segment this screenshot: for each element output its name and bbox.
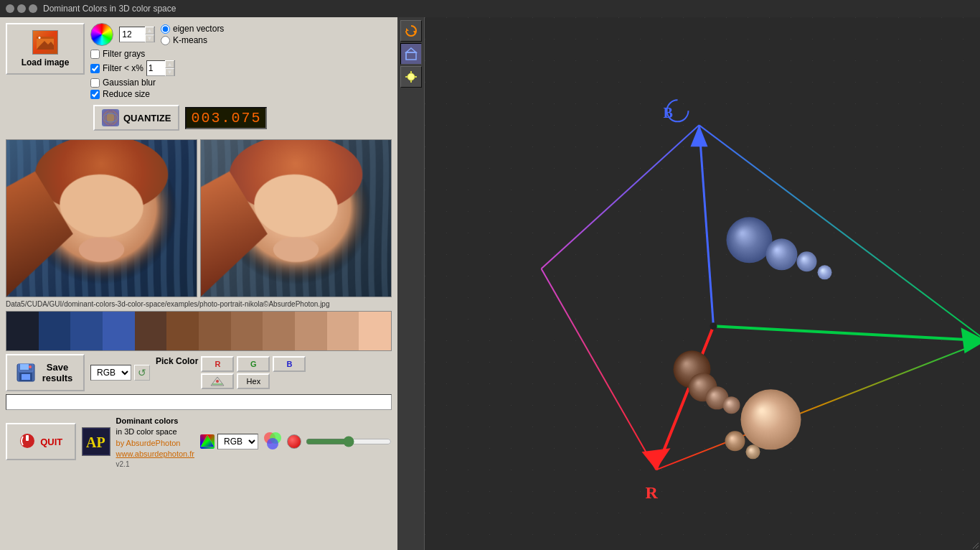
load-image-label: Load image bbox=[22, 57, 70, 67]
svg-point-4 bbox=[103, 111, 118, 125]
swatch-12[interactable] bbox=[359, 312, 391, 350]
save-quit-row: Save results RGB ↺ Pick Color bbox=[6, 354, 392, 391]
3d-view-button[interactable] bbox=[400, 43, 422, 65]
svg-text:AP: AP bbox=[86, 434, 105, 450]
num-colors-input[interactable]: 12 bbox=[120, 29, 145, 39]
swatch-7[interactable] bbox=[199, 312, 231, 350]
filter-x-input[interactable]: 1 bbox=[147, 63, 165, 73]
title-bar: Dominant Colors in 3D color space bbox=[0, 0, 980, 17]
spin-buttons: ▲ ▼ bbox=[145, 27, 154, 42]
color-ball bbox=[287, 434, 301, 449]
quit-label: QUIT bbox=[40, 437, 62, 447]
save-icon bbox=[16, 363, 36, 383]
save-button[interactable]: Save results bbox=[6, 354, 85, 391]
swatch-1[interactable] bbox=[6, 312, 39, 350]
swatch-8[interactable] bbox=[231, 312, 263, 350]
eigen-vectors-radio[interactable] bbox=[161, 24, 170, 34]
quantize-label: QUANTIZE bbox=[123, 113, 171, 123]
swatch-2[interactable] bbox=[39, 312, 71, 350]
right-controls: 12 ▲ ▼ eigen vectors K-mean bbox=[90, 23, 392, 134]
color-options-row: 12 ▲ ▼ eigen vectors K-mean bbox=[90, 23, 392, 46]
kmeans-option[interactable]: K-means bbox=[161, 35, 224, 45]
reduce-size-option[interactable]: Reduce size bbox=[90, 89, 392, 99]
processed-canvas bbox=[201, 140, 391, 297]
swatch-11[interactable] bbox=[327, 312, 359, 350]
pick-color-label: Pick Color bbox=[156, 356, 198, 366]
resize-handle[interactable] bbox=[970, 540, 979, 549]
colorspace-select: RGB bbox=[200, 434, 258, 449]
swatch-4[interactable] bbox=[103, 312, 135, 350]
footer-text: Dominant colors in 3D color space by Abs… bbox=[116, 416, 194, 460]
filter-x-check[interactable] bbox=[90, 64, 100, 73]
footer-right: RGB bbox=[200, 431, 392, 453]
bottom-controls: Save results RGB ↺ Pick Color bbox=[3, 354, 395, 410]
num-colors-spinner[interactable]: 12 ▲ ▼ bbox=[119, 27, 155, 42]
footer-info: AP Dominant colors in 3D color space by … bbox=[82, 416, 392, 468]
gamut-button[interactable] bbox=[201, 373, 234, 389]
swatch-9[interactable] bbox=[263, 312, 295, 350]
light-button[interactable] bbox=[400, 66, 422, 88]
filepath-label: Data5/CUDA/GUI/dominant-colors-3d-color-… bbox=[3, 300, 395, 308]
footer-logo: AP bbox=[82, 427, 110, 456]
maximize-button[interactable] bbox=[29, 4, 37, 13]
color-mode-select[interactable]: RGB bbox=[90, 365, 131, 381]
brightness-slider[interactable] bbox=[306, 436, 392, 447]
spin-down[interactable]: ▼ bbox=[145, 34, 154, 42]
svg-marker-21 bbox=[201, 435, 214, 447]
viewport-toolbar bbox=[397, 17, 425, 550]
filter-x-down[interactable]: ▼ bbox=[165, 68, 174, 76]
close-button[interactable] bbox=[6, 4, 14, 13]
svg-point-24 bbox=[267, 438, 278, 449]
svg-point-15 bbox=[216, 380, 219, 383]
filter-grays-check[interactable] bbox=[90, 50, 100, 59]
rotate-tool-button[interactable] bbox=[400, 20, 422, 42]
filter-grays-option[interactable]: Filter grays bbox=[90, 49, 392, 59]
svg-line-35 bbox=[973, 543, 979, 549]
right-panel: 336° 321° ⬦ 359° bbox=[397, 17, 980, 550]
swatch-10[interactable] bbox=[295, 312, 327, 350]
filter-x-up[interactable]: ▲ bbox=[165, 60, 174, 68]
hex-button[interactable]: Hex bbox=[237, 373, 270, 389]
window-controls[interactable] bbox=[6, 4, 37, 13]
gaussian-blur-option[interactable]: Gaussian blur bbox=[90, 78, 392, 88]
load-image-button[interactable]: Load image bbox=[6, 23, 85, 75]
viewport-canvas-area[interactable] bbox=[425, 17, 980, 550]
b-channel-button[interactable]: B bbox=[273, 356, 306, 372]
window-title: Dominant Colors in 3D color space bbox=[43, 4, 176, 14]
color-wheel-icon bbox=[90, 23, 113, 46]
quit-button[interactable]: QUIT bbox=[6, 423, 76, 460]
r-channel-button[interactable]: R bbox=[201, 356, 234, 372]
pick-color-section: Pick Color R G B bbox=[156, 356, 306, 389]
swatch-3[interactable] bbox=[70, 312, 103, 350]
original-image-preview bbox=[6, 139, 197, 297]
swatch-6[interactable] bbox=[166, 312, 199, 350]
kmeans-radio[interactable] bbox=[161, 36, 170, 45]
algorithm-radio-group: eigen vectors K-means bbox=[161, 24, 224, 45]
left-panel: Load image 12 ▲ ▼ bbox=[0, 17, 397, 550]
minimize-button[interactable] bbox=[17, 4, 26, 13]
original-canvas bbox=[6, 140, 197, 297]
svg-marker-25 bbox=[406, 28, 409, 31]
footer-colorspace-select[interactable]: RGB bbox=[217, 434, 258, 449]
svg-point-6 bbox=[103, 113, 118, 122]
eigen-vectors-option[interactable]: eigen vectors bbox=[161, 24, 224, 34]
gaussian-blur-check[interactable] bbox=[90, 78, 100, 88]
svg-point-5 bbox=[106, 111, 115, 125]
version-label: v2.1 bbox=[116, 460, 194, 468]
filter-x-spinner[interactable]: 1 ▲ ▼ bbox=[146, 60, 175, 76]
g-channel-button[interactable]: G bbox=[237, 356, 270, 372]
reduce-size-check[interactable] bbox=[90, 90, 100, 99]
3d-viewport[interactable] bbox=[425, 17, 980, 550]
refresh-button[interactable]: ↺ bbox=[134, 365, 150, 381]
color-hex-input[interactable] bbox=[6, 394, 392, 410]
brightness-slider-wrap bbox=[306, 436, 392, 447]
quantize-row: QUANTIZE 003.075 bbox=[90, 102, 392, 134]
filter-x-spinbtns: ▲ ▼ bbox=[165, 60, 174, 76]
quantize-button[interactable]: QUANTIZE bbox=[93, 105, 179, 131]
svg-rect-27 bbox=[406, 52, 416, 60]
lcd-display: 003.075 bbox=[185, 107, 267, 129]
top-controls: Load image 12 ▲ ▼ bbox=[3, 20, 395, 136]
spin-up[interactable]: ▲ bbox=[145, 27, 154, 34]
swatch-5[interactable] bbox=[135, 312, 167, 350]
quit-icon bbox=[19, 432, 36, 452]
